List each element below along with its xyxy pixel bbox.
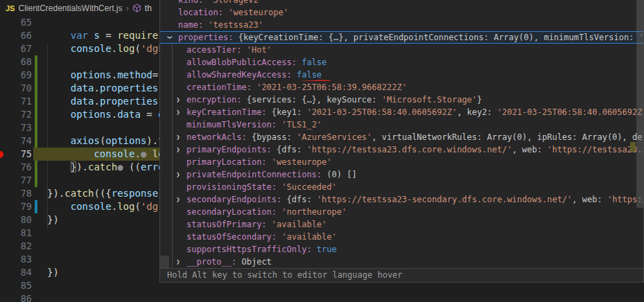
line-number[interactable]: 73 (0, 121, 32, 134)
chevron-collapsed-icon[interactable]: ❯ (173, 256, 184, 268)
variable-content: provisioningState: 'Succeeded' (186, 181, 337, 193)
line-number[interactable]: 83 (0, 253, 32, 266)
variable-content: encryption: {services: {…}, keySource: '… (186, 94, 482, 106)
annotated-value: false (297, 69, 322, 81)
variable-name: properties: (178, 33, 238, 42)
variable-row-kind[interactable]: kind: 'StorageV2' (160, 0, 643, 6)
symbol-object-icon (132, 3, 141, 12)
variable-name: privateEndpointConnections: (186, 170, 327, 179)
line-number[interactable]: 82 (0, 240, 32, 253)
breadcrumb-symbol[interactable]: th (145, 3, 152, 13)
breadcrumb-file[interactable]: ClientCredentialsWithCert.js (18, 3, 122, 13)
variable-name: keyCreationTime: (186, 107, 272, 117)
hover-status-bar: Hold Alt key to switch to editor languag… (160, 268, 643, 282)
variable-row-allowSharedKeyAccess[interactable]: allowSharedKeyAccess: false (160, 69, 643, 81)
code-text: }) (47, 213, 59, 226)
line-number[interactable]: 77 (0, 174, 32, 187)
token: options (71, 109, 112, 120)
code-text: }) (47, 266, 59, 279)
line-number[interactable]: 65 (0, 16, 32, 29)
variable-name: name: (178, 20, 208, 30)
variable-row-statusOfPrimary[interactable]: statusOfPrimary: 'available' (160, 218, 643, 231)
variable-row-secondaryLocation[interactable]: secondaryLocation: 'northeurope' (160, 206, 643, 218)
chevron-collapsed-icon[interactable]: ❯ (173, 193, 184, 206)
chevron-collapsed-icon[interactable]: ❯ (173, 168, 184, 181)
code-text: }).catch● ((error) (47, 161, 176, 174)
variable-content: properties: {keyCreationTime: {…}, priva… (178, 31, 643, 44)
variable-value: 'https://testssa23.dfs.core.windows.net/… (306, 145, 512, 154)
variable-value: 'https://testssa23.z6 (547, 145, 643, 154)
variable-value: (0) [] (327, 170, 356, 179)
variable-value: {dfs: (277, 145, 306, 154)
token: (( (123, 161, 141, 172)
variable-row-privateEndpointConnections[interactable]: ❯privateEndpointConnections: (0) [] (160, 168, 643, 181)
variable-content: kind: 'StorageV2' (178, 0, 263, 6)
line-number[interactable]: 75 (0, 148, 32, 161)
line-number[interactable]: 80 (0, 213, 32, 226)
variable-row-networkAcls[interactable]: ❯networkAcls: {bypass: 'AzureServices', … (160, 131, 643, 143)
variable-row-minimumTlsVersion[interactable]: minimumTlsVersion: 'TLS1_2' (160, 118, 643, 131)
line-number[interactable]: 84 (0, 266, 32, 279)
debug-hover-popup[interactable]: kind: 'StorageV2'location: 'westeurope'n… (159, 0, 644, 283)
variable-value: 'TLS1_2' (281, 120, 322, 130)
variable-tree: kind: 'StorageV2'location: 'westeurope'n… (160, 0, 643, 268)
chevron-right-icon: › (126, 3, 129, 13)
variable-value: , web: (512, 145, 548, 154)
line-number[interactable]: 85 (0, 279, 32, 292)
variable-name: allowBlobPublicAccess: (186, 57, 302, 67)
variable-row-secondaryEndpoints[interactable]: ❯secondaryEndpoints: {dfs: 'https://test… (160, 193, 643, 206)
line-number[interactable]: 67 (0, 42, 32, 55)
variable-value: 'available' (272, 220, 327, 229)
variable-value: 'Hot' (247, 45, 272, 55)
token: data (71, 82, 94, 94)
token: ● (117, 161, 123, 172)
variable-name: secondaryLocation: (186, 207, 281, 217)
code-line-86[interactable]: 86 (0, 292, 644, 302)
line-number[interactable]: 81 (0, 226, 32, 240)
variable-name: statusOfSecondary: (186, 232, 281, 242)
line-number[interactable]: 74 (0, 134, 32, 148)
variable-name: minimumTlsVersion: (186, 120, 281, 130)
token: . (112, 201, 117, 212)
variable-row-name[interactable]: name: 'testssa23' (160, 19, 643, 31)
line-number[interactable]: 70 (0, 82, 32, 95)
token: }) (47, 267, 59, 278)
line-number[interactable]: 71 (0, 95, 32, 108)
variable-row-location[interactable]: location: 'westeurope' (160, 6, 643, 19)
line-number[interactable]: 79 (0, 200, 32, 213)
chevron-collapsed-icon[interactable]: ❯ (173, 131, 184, 143)
line-number[interactable]: 76 (0, 161, 32, 174)
line-number[interactable]: 86 (0, 292, 32, 302)
token: require (117, 30, 158, 41)
chevron-expanded-icon[interactable]: ❯ (164, 32, 176, 43)
variable-row-creationTime[interactable]: creationTime: '2021-03-25T06:58:39.96682… (160, 81, 643, 94)
variable-row-allowBlobPublicAccess[interactable]: allowBlobPublicAccess: false (160, 56, 643, 69)
variable-value: 'Succeeded' (281, 182, 336, 192)
popup-scrollbar[interactable] (636, 0, 643, 208)
variable-value: {bypass: (252, 132, 297, 142)
token: log (117, 43, 134, 54)
line-number[interactable]: 69 (0, 69, 32, 82)
variable-row-encryption[interactable]: ❯encryption: {services: {…}, keySource: … (160, 94, 643, 106)
chevron-collapsed-icon[interactable]: ❯ (173, 143, 184, 156)
line-number[interactable]: 72 (0, 108, 32, 121)
variable-row-keyCreationTime[interactable]: ❯keyCreationTime: {key1: '2021-03-25T06:… (160, 106, 643, 118)
variable-row-proto[interactable]: ❯__proto__: Object (160, 256, 643, 268)
variable-content: supportsHttpsTrafficOnly: true (186, 243, 337, 256)
variable-row-supportsHttpsTrafficOnly[interactable]: supportsHttpsTrafficOnly: true (160, 243, 643, 256)
line-number[interactable]: 68 (0, 55, 32, 69)
line-number[interactable]: 66 (0, 29, 32, 42)
variable-row-primaryEndpoints[interactable]: ❯primaryEndpoints: {dfs: 'https://testss… (160, 143, 643, 156)
variable-row-properties[interactable]: ❯properties: {keyCreationTime: {…}, priv… (160, 31, 643, 44)
variable-row-primaryLocation[interactable]: primaryLocation: 'westeurope' (160, 156, 643, 168)
chevron-collapsed-icon[interactable]: ❯ (173, 94, 184, 106)
tree-indent-guide (172, 44, 173, 268)
chevron-collapsed-icon[interactable]: ❯ (173, 106, 184, 118)
variable-row-statusOfSecondary[interactable]: statusOfSecondary: 'available' (160, 231, 643, 243)
variable-row-provisioningState[interactable]: provisioningState: 'Succeeded' (160, 181, 643, 193)
line-number[interactable]: 78 (0, 187, 32, 200)
token: ( (134, 43, 140, 54)
token: ) (146, 135, 152, 146)
token: = (105, 30, 117, 41)
variable-row-accessTier[interactable]: accessTier: 'Hot' (160, 44, 643, 56)
